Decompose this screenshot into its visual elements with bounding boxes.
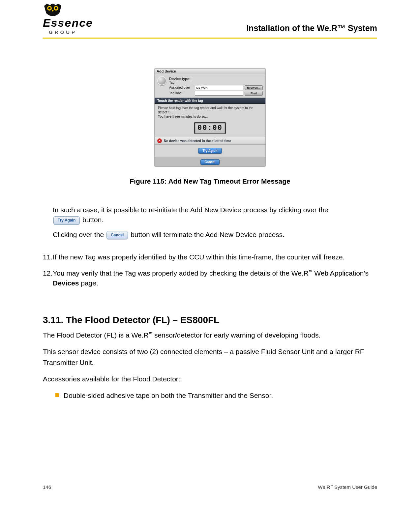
cancel-text-2: button will terminate the Add New Device…: [131, 231, 285, 238]
add-device-dialog-figure: Add device Device type: Tag Assigned use…: [154, 68, 266, 167]
section-p3: Accessories available for the Flood Dete…: [43, 374, 377, 385]
countdown-timer: 00:00: [194, 122, 226, 134]
header-rule: [43, 38, 377, 39]
owl-icon: [43, 3, 63, 18]
cancel-button[interactable]: Cancel: [200, 159, 220, 165]
error-icon: [157, 138, 162, 143]
tag-label-label: Tag label: [169, 91, 194, 95]
dialog-title: Add device: [155, 69, 265, 74]
brand-sub: GROUP: [49, 29, 96, 35]
square-bullet-icon: [55, 393, 59, 397]
footer-page-number: 146: [43, 484, 51, 490]
cancel-inline-button[interactable]: Cancel: [106, 231, 128, 239]
cancel-text-1: Clicking over the: [53, 231, 106, 238]
bullet-item-1: Double-sided adhesive tape on both the T…: [55, 391, 377, 401]
try-again-text-1: In such a case, it is possible to re-ini…: [53, 206, 328, 214]
bullet-1-text: Double-sided adhesive tape on both the T…: [64, 391, 273, 401]
tag-label-input[interactable]: [195, 91, 243, 96]
try-again-inline-button[interactable]: Try Again: [53, 216, 80, 224]
dialog-error-row: No device was detected in the allotted t…: [155, 137, 265, 145]
header-title: Installation of the We.R™ System: [246, 23, 377, 35]
svg-point-3: [55, 7, 57, 10]
footer-guide-title: We.R™ System User Guide: [318, 484, 377, 490]
assigned-user-input[interactable]: [195, 85, 243, 90]
brand-logo: Essence GROUP: [43, 3, 96, 35]
section-heading: 3.11. The Flood Detector (FL) – ES800FL: [43, 315, 377, 325]
section-p1: The Flood Detector (FL) is a We.R™ senso…: [43, 330, 377, 341]
tag-icon: [157, 76, 166, 85]
numbered-list: 11. If the new Tag was properly identifi…: [43, 252, 377, 288]
item-11-text: If the new Tag was properly identified b…: [53, 252, 377, 262]
try-again-button[interactable]: Try Again: [198, 148, 222, 154]
section-body: The Flood Detector (FL) is a We.R™ senso…: [43, 330, 377, 401]
svg-point-2: [48, 7, 51, 10]
item-11-number: 11.: [43, 252, 53, 262]
dialog-error-text: No device was detected in the allotted t…: [164, 139, 231, 143]
item-12-text: You may verify that the Tag was properly…: [53, 268, 377, 288]
page-footer: 146 We.R™ System User Guide: [43, 484, 377, 490]
item-12-number: 12.: [43, 268, 53, 288]
assigned-user-label: Assigned user: [169, 86, 194, 89]
add-device-dialog: Add device Device type: Tag Assigned use…: [154, 68, 266, 167]
page-header: Essence GROUP Installation of the We.R™ …: [43, 0, 377, 35]
try-again-text-2: button.: [82, 216, 104, 223]
device-type-label: Device type:: [169, 77, 191, 81]
figure-caption: Figure 115: Add New Tag Timeout Error Me…: [43, 177, 377, 185]
browse-button[interactable]: Browse...: [245, 85, 263, 90]
body-paragraphs: In such a case, it is possible to re-ini…: [53, 205, 377, 240]
device-type-value: Tag: [169, 81, 174, 84]
dialog-instruction-bar: Touch the reader with the tag: [155, 98, 265, 104]
brand-name: Essence: [43, 16, 96, 29]
dialog-instruction-text: Please hold tag over the tag reader and …: [157, 104, 263, 121]
start-button[interactable]: Start: [245, 91, 263, 96]
section-p2: This sensor device consists of two (2) c…: [43, 346, 377, 368]
